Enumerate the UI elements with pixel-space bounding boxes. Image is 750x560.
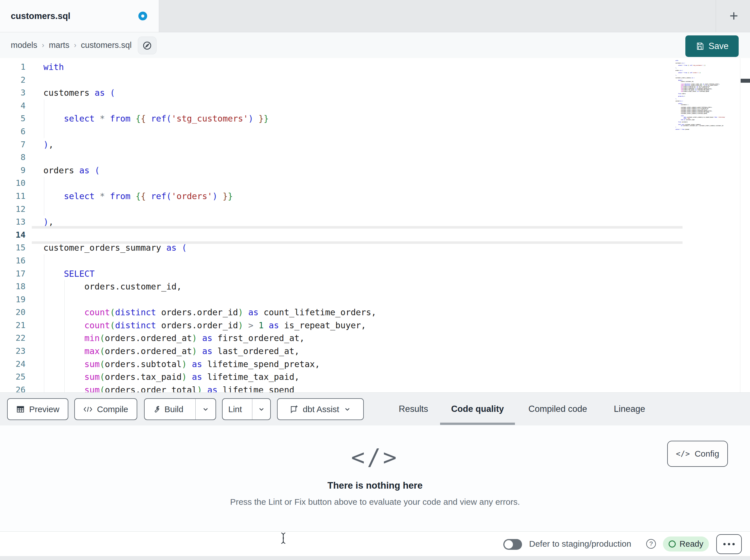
breadcrumb: models › marts › customers.sql xyxy=(11,32,132,58)
ready-label: Ready xyxy=(680,539,704,549)
status-badge-ready[interactable]: Ready xyxy=(663,537,709,552)
assist-label: dbt Assist xyxy=(303,405,339,414)
tab-compiled-code[interactable]: Compiled code xyxy=(517,393,599,426)
chevron-right-icon: › xyxy=(70,41,81,49)
line-number: 4 xyxy=(0,99,25,112)
code-editor[interactable]: 1with23customers as (45 select * from {{… xyxy=(0,58,750,392)
tab-title: customers.sql xyxy=(11,0,70,32)
build-button[interactable]: Build xyxy=(145,399,191,419)
tab-customers-sql[interactable]: customers.sql xyxy=(0,0,159,32)
save-icon xyxy=(695,42,704,50)
code-line[interactable]: 20 count(distinct orders.order_id) as co… xyxy=(0,306,673,319)
code-icon: </> xyxy=(676,450,690,458)
code-text: SELECT xyxy=(43,267,95,281)
scrollbar-thumb[interactable] xyxy=(741,79,750,83)
code-line[interactable]: 1with xyxy=(0,61,673,74)
code-brackets-icon: </> xyxy=(0,444,750,471)
code-line[interactable]: 2 xyxy=(0,74,673,87)
line-number: 1 xyxy=(0,61,25,74)
line-number: 17 xyxy=(0,267,25,281)
code-line[interactable]: 15customer_orders_summary as ( xyxy=(0,241,673,254)
more-options-button[interactable] xyxy=(716,534,742,554)
code-line[interactable]: 23 max(orders.ordered_at) as last_ordere… xyxy=(0,345,673,358)
lint-button[interactable]: Lint xyxy=(222,399,248,419)
code-line[interactable]: 26 sum(orders.order_total) as lifetime_s… xyxy=(0,383,673,392)
config-button[interactable]: </> Config xyxy=(667,441,728,467)
code-line[interactable]: 9orders as ( xyxy=(0,164,673,177)
save-button[interactable]: Save xyxy=(685,36,739,57)
code-line[interactable]: 16 xyxy=(0,254,673,267)
line-number: 3 xyxy=(0,86,25,99)
assist-sparkle-chat-icon xyxy=(290,405,298,414)
lint-dropdown-button[interactable] xyxy=(252,399,270,419)
code-text: sum(orders.order_total) as lifetime_spen… xyxy=(43,383,294,392)
code-icon xyxy=(83,406,93,413)
compile-button[interactable]: Compile xyxy=(74,398,137,420)
code-text: with xyxy=(43,61,64,74)
code-line[interactable]: 4 xyxy=(0,99,673,112)
code-line[interactable]: 12 xyxy=(0,203,673,216)
line-number: 22 xyxy=(0,332,25,345)
chevron-down-icon xyxy=(344,406,351,413)
line-number: 15 xyxy=(0,241,25,254)
line-number: 21 xyxy=(0,319,25,332)
code-line[interactable]: 7), xyxy=(0,138,673,151)
lint-label: Lint xyxy=(228,405,242,414)
code-lines[interactable]: 1with23customers as (45 select * from {{… xyxy=(0,61,673,392)
breadcrumb-row: models › marts › customers.sql xyxy=(0,32,750,58)
breadcrumb-item-file: customers.sql xyxy=(81,41,132,50)
tab-results[interactable]: Results xyxy=(389,393,438,426)
line-number: 6 xyxy=(0,125,25,138)
dbt-assist-button[interactable]: dbt Assist xyxy=(277,398,364,420)
dot-icon xyxy=(728,543,730,545)
minimap-divider xyxy=(740,58,741,392)
empty-state: </> There is nothing here Press the Lint… xyxy=(0,426,750,507)
editor-minimap[interactable]: withcustomers as ( select * from {{ ref(… xyxy=(675,60,739,130)
tabbar-divider xyxy=(716,0,716,32)
code-line[interactable]: 10 xyxy=(0,177,673,190)
defer-label: Defer to staging/production xyxy=(529,532,631,556)
tab-lineage[interactable]: Lineage xyxy=(599,393,660,426)
code-line[interactable]: 24 sum(orders.subtotal) as lifetime_spen… xyxy=(0,358,673,371)
build-dropdown-button[interactable] xyxy=(195,399,216,419)
code-line[interactable]: 18 orders.customer_id, xyxy=(0,280,673,293)
chevron-right-icon: › xyxy=(37,41,49,49)
code-line[interactable]: 6 xyxy=(0,125,673,138)
line-number: 19 xyxy=(0,293,25,306)
line-number: 26 xyxy=(0,383,25,392)
code-line[interactable]: 17 SELECT xyxy=(0,267,673,281)
code-text: customers as ( xyxy=(43,86,115,99)
compass-icon xyxy=(142,41,152,50)
code-text: orders as ( xyxy=(43,164,100,177)
ready-circle-icon xyxy=(669,540,676,547)
code-line[interactable]: 11 select * from {{ ref('orders') }} xyxy=(0,190,673,203)
config-label: Config xyxy=(695,449,719,459)
editor-toolbar: Preview Compile Build xyxy=(0,392,750,426)
code-text: select * from {{ ref('orders') }} xyxy=(43,190,233,203)
chevron-down-icon xyxy=(202,406,209,413)
code-line[interactable]: 5 select * from {{ ref('stg_customers') … xyxy=(0,112,673,125)
code-line[interactable]: 8 xyxy=(0,151,673,164)
defer-toggle[interactable] xyxy=(503,539,522,550)
line-number: 10 xyxy=(0,177,25,190)
code-line[interactable]: 3customers as ( xyxy=(0,86,673,99)
code-line[interactable]: 14 xyxy=(0,229,673,242)
code-line[interactable]: 19 xyxy=(0,293,673,306)
new-tab-button[interactable]: + xyxy=(725,7,743,25)
breadcrumb-item-marts: marts xyxy=(49,41,70,50)
code-line[interactable]: 22 min(orders.ordered_at) as first_order… xyxy=(0,332,673,345)
editor-tab-bar: customers.sql + xyxy=(0,0,750,32)
build-split-button: Build xyxy=(144,398,216,420)
code-line[interactable]: 25 sum(orders.tax_paid) as lifetime_tax_… xyxy=(0,371,673,383)
help-icon[interactable]: ? xyxy=(646,539,656,549)
explore-lineage-button[interactable] xyxy=(138,37,157,55)
code-line[interactable]: 21 count(distinct orders.order_id) > 1 a… xyxy=(0,319,673,332)
minimap-line: select * from joined xyxy=(675,129,739,130)
tab-code-quality[interactable]: Code quality xyxy=(438,393,517,426)
line-number: 16 xyxy=(0,254,25,267)
breadcrumb-item-models: models xyxy=(11,41,37,50)
line-number: 9 xyxy=(0,164,25,177)
line-number: 11 xyxy=(0,190,25,203)
preview-button[interactable]: Preview xyxy=(7,398,68,420)
result-tabs: Results Code quality Compiled code Linea… xyxy=(389,393,660,426)
